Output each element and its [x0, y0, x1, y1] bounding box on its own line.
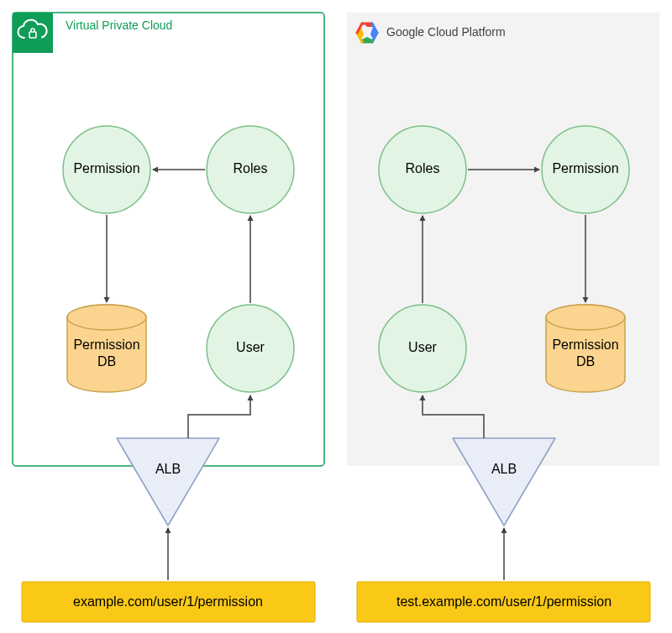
svg-rect-0 [13, 13, 324, 466]
right-roles-label: Roles [406, 161, 440, 175]
right-db-label1: Permission [552, 337, 618, 352]
right-user-label: User [408, 340, 437, 354]
right-url-box: test.example.com/user/1/permission [357, 582, 650, 622]
svg-rect-7 [347, 13, 659, 466]
svg-point-11 [546, 305, 625, 330]
architecture-diagram: Virtual Private Cloud Permission Roles U… [0, 0, 672, 633]
gcp-header-text: Google Cloud Platform [386, 25, 506, 39]
gcp-container: Google Cloud Platform [347, 13, 659, 466]
left-db-node: Permission DB [67, 305, 146, 392]
left-db-label2: DB [97, 354, 116, 369]
left-url-box: example.com/user/1/permission [22, 582, 315, 622]
left-url-text: example.com/user/1/permission [73, 594, 263, 609]
left-alb-node: ALB [117, 438, 219, 526]
left-arrow-alb-user [188, 395, 250, 438]
left-permission-label: Permission [73, 161, 139, 175]
left-roles-label: Roles [234, 161, 268, 175]
left-db-label1: Permission [73, 337, 139, 352]
left-alb-label: ALB [155, 462, 181, 476]
right-permission-node: Permission [542, 126, 629, 213]
left-user-label: User [236, 340, 265, 354]
right-db-node: Permission DB [546, 305, 625, 392]
right-user-node: User [379, 305, 466, 392]
left-user-node: User [207, 305, 294, 392]
right-roles-node: Roles [379, 126, 466, 213]
vpc-header-text: Virtual Private Cloud [66, 18, 172, 32]
vpc-container: Virtual Private Cloud [13, 13, 324, 466]
right-db-label2: DB [576, 354, 595, 369]
left-permission-node: Permission [63, 126, 150, 213]
right-alb-node: ALB [453, 438, 555, 526]
right-permission-label: Permission [552, 161, 618, 175]
right-url-text: test.example.com/user/1/permission [396, 594, 612, 609]
svg-point-5 [67, 305, 146, 330]
left-roles-node: Roles [207, 126, 294, 213]
right-alb-label: ALB [491, 462, 517, 476]
